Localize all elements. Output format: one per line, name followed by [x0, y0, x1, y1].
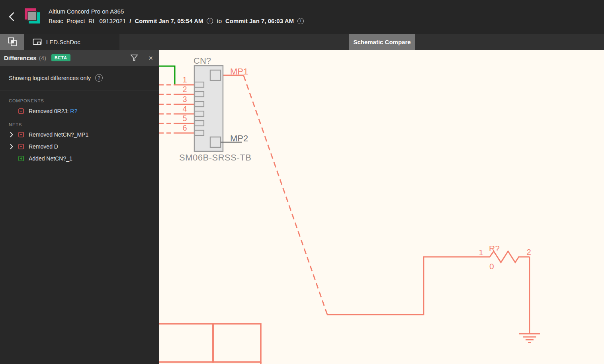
close-panel-button[interactable]: × [149, 54, 153, 62]
diff-row-removed-net-d[interactable]: Removed D [0, 142, 159, 151]
resistor-pin2-number: 2 [526, 247, 531, 256]
differences-panel-header: Differences (4) BETA × [0, 50, 159, 66]
resistor-pin1-number: 1 [479, 248, 483, 257]
diff-row-label: Removed D [29, 143, 58, 150]
top-header: Altium Concord Pro on A365 Basic_Project… [0, 0, 604, 34]
path-separator: / [129, 18, 131, 24]
removed-icon [18, 132, 24, 137]
svg-text:4: 4 [182, 104, 187, 113]
differences-panel: Differences (4) BETA × Showing logical d… [0, 50, 159, 364]
connector-designator: CN? [194, 56, 211, 66]
differences-count: (4) [39, 55, 46, 61]
component-link[interactable]: R? [70, 108, 77, 114]
svg-text:1: 1 [182, 75, 187, 84]
filter-icon[interactable] [130, 54, 138, 61]
commit-to-info-icon[interactable]: i [297, 18, 304, 24]
mp2-pad [210, 137, 221, 147]
connector-part-number: SM06B-SRSS-TB [179, 153, 251, 162]
compare-view-tab[interactable] [0, 34, 24, 50]
svg-text:3: 3 [182, 95, 187, 104]
removed-icon [18, 144, 24, 149]
diff-row-label: Removed NetCN?_MP1 [29, 131, 88, 138]
nets-section-header: NETS [0, 122, 159, 127]
mp1-label: MP1 [230, 67, 248, 76]
components-section-header: COMPONENTS [0, 98, 159, 103]
expand-chevron-icon[interactable] [9, 132, 14, 137]
commit-to[interactable]: Commit Jan 7, 06:03 AM [225, 18, 294, 24]
diff-row-label: Added NetCN?_1 [29, 155, 72, 162]
diff-row-label: Removed 0R2J: R? [29, 108, 77, 114]
commit-from-info-icon[interactable]: i [207, 18, 213, 24]
beta-badge: BETA [51, 54, 70, 61]
svg-text:6: 6 [182, 123, 187, 132]
panel-title: Differences [4, 55, 37, 61]
schematic-compare-window: CN? SM06B-SRSS-TB MP1 MP2 1 2 3 4 5 6 R?… [0, 0, 604, 364]
diff-row-removed-net-mp1[interactable]: Removed NetCN?_MP1 [0, 130, 159, 139]
to-label: to [217, 18, 222, 24]
filter-status-text: Showing logical differences only [9, 75, 91, 81]
breadcrumb: Basic_Project_RL_09132021 / Commit Jan 7… [49, 18, 304, 24]
svg-text:5: 5 [182, 114, 187, 123]
overlay-squares-icon [8, 37, 17, 47]
project-name[interactable]: Basic_Project_RL_09132021 [49, 18, 126, 24]
expand-chevron-icon[interactable] [9, 144, 14, 149]
commit-from[interactable]: Commit Jan 7, 05:54 AM [135, 18, 203, 24]
filter-status-row: Showing logical differences only ? [0, 66, 159, 90]
app-title: Altium Concord Pro on A365 [49, 8, 304, 15]
diff-row-added-net[interactable]: Added NetCN?_1 [0, 154, 159, 163]
mp1-pad [210, 70, 221, 80]
diff-row-removed-component[interactable]: Removed 0R2J: R? [0, 107, 159, 115]
tab-led-schdoc[interactable]: LED.SchDoc [24, 34, 119, 50]
logo-gray-square [27, 11, 37, 21]
mp2-label: MP2 [230, 133, 248, 143]
resistor-value: 0 [489, 262, 494, 271]
altium-365-logo-icon [25, 8, 41, 25]
schematic-compare-badge: Schematic Compare [349, 34, 415, 50]
document-tab-bar: LED.SchDoc Schematic Compare [0, 34, 604, 50]
schematic-doc-icon [33, 38, 42, 46]
added-icon [18, 156, 24, 161]
tab-label: LED.SchDoc [46, 39, 80, 45]
help-icon[interactable]: ? [95, 74, 103, 82]
svg-text:2: 2 [182, 85, 187, 94]
back-button[interactable] [7, 12, 16, 22]
removed-icon [18, 108, 24, 114]
resistor-designator: R? [489, 244, 500, 253]
